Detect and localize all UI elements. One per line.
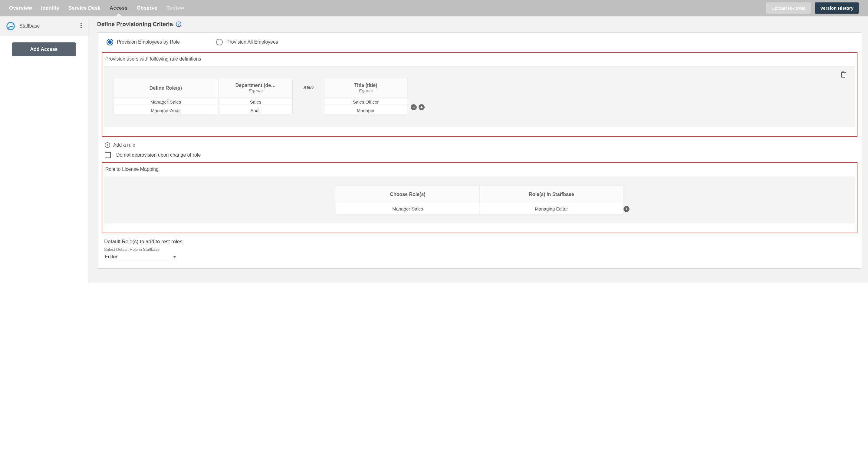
rule-col-and: AND [293, 78, 323, 115]
rule-row-actions: − + [408, 78, 425, 115]
svg-point-3 [81, 27, 82, 28]
add-rule-button[interactable]: + Add a rule [102, 141, 858, 151]
mapping-panel: Choose Role(s) Manager-Sales Role(s) in … [104, 176, 855, 224]
rule-header-department[interactable]: Department (de… Equals [219, 79, 292, 98]
sidebar-app-row[interactable]: Staffbase [0, 16, 88, 36]
rule-col-department: Department (de… Equals Sales Audit [218, 78, 293, 115]
checkbox-unchecked[interactable] [105, 152, 111, 158]
map-col-target: Role(s) in Staffbase Managing Editor [480, 185, 623, 214]
mapping-section-label: Role to License Mapping [104, 167, 855, 172]
map-cell[interactable]: Manager-Sales [336, 203, 479, 214]
svg-point-1 [81, 23, 82, 24]
top-nav: Overview Identity Service Desk Access Ob… [0, 0, 868, 16]
provision-radio-group: Provision Employees by Role Provision Al… [102, 39, 858, 46]
radio-provision-by-role[interactable]: Provision Employees by Role [106, 39, 180, 46]
map-header-choose[interactable]: Choose Role(s) [336, 186, 479, 203]
svg-point-2 [81, 25, 82, 26]
sidebar-app-name: Staffbase [19, 23, 81, 29]
rule-cell[interactable]: Sales Officer [324, 98, 407, 106]
and-label: AND [303, 85, 314, 91]
mapping-table: Choose Role(s) Manager-Sales Role(s) in … [336, 185, 623, 214]
add-access-button[interactable]: Add Access [12, 42, 76, 56]
default-role-select[interactable]: Editor [104, 253, 177, 261]
page-title: Define Provisioning Criteria [97, 21, 173, 28]
default-role-label: Default Role(s) to add to rest roles [104, 239, 855, 245]
role-license-mapping-section: Role to License Mapping Choose Role(s) M… [102, 162, 858, 233]
rule-cell[interactable]: Manager [324, 106, 407, 115]
layout: Staffbase Add Access Define Provisioning… [0, 16, 868, 283]
plus-circle-icon: + [105, 142, 110, 148]
add-row-icon[interactable]: + [418, 104, 425, 110]
add-rule-label: Add a rule [113, 142, 135, 148]
select-value: Editor [105, 254, 117, 260]
page-title-row: Define Provisioning Criteria ? [97, 21, 862, 28]
radio-label: Provision All Employees [226, 39, 278, 45]
help-icon[interactable]: ? [176, 22, 181, 27]
tab-observe[interactable]: Observe [137, 0, 157, 16]
staffbase-logo-icon [6, 22, 15, 31]
rule-table: Define Role(s) Manager-Sales Manager-Aud… [113, 78, 849, 115]
rule-panel: Define Role(s) Manager-Sales Manager-Aud… [104, 66, 855, 127]
trash-icon[interactable] [840, 71, 846, 79]
version-history-button[interactable]: Version History [815, 2, 859, 13]
tab-access[interactable]: Access [110, 0, 128, 16]
rule-cell[interactable]: Audit [219, 106, 292, 115]
rule-col-title: Title (title) Equals Sales Officer Manag… [324, 78, 407, 115]
nav-actions: Upload HR Data Version History [766, 2, 859, 13]
tab-overview[interactable]: Overview [9, 0, 32, 16]
sidebar: Staffbase Add Access [0, 16, 88, 283]
rule-col-roles: Define Role(s) Manager-Sales Manager-Aud… [114, 78, 218, 115]
rule-header-title[interactable]: Title (title) Equals [324, 79, 407, 98]
rule-header-roles[interactable]: Define Role(s) [114, 79, 218, 98]
rule-cell[interactable]: Sales [219, 98, 292, 106]
radio-selected-icon [106, 39, 113, 46]
radio-unselected-icon [216, 39, 223, 46]
map-header-target[interactable]: Role(s) in Staffbase [480, 186, 623, 203]
tab-service-desk[interactable]: Service Desk [68, 0, 100, 16]
more-vertical-icon[interactable] [81, 23, 82, 29]
criteria-card: Provision Employees by Role Provision Al… [97, 32, 862, 269]
main-content: Define Provisioning Criteria ? Provision… [88, 16, 868, 283]
radio-label: Provision Employees by Role [117, 39, 180, 45]
upload-hr-data-button[interactable]: Upload HR Data [766, 2, 811, 13]
chevron-down-icon [173, 256, 176, 258]
rule-definitions-section: Provision users with following rule defi… [102, 52, 858, 137]
svg-rect-4 [841, 73, 845, 77]
map-cell[interactable]: Managing Editor [480, 203, 623, 214]
sidebar-action: Add Access [0, 36, 88, 62]
tab-review[interactable]: Review [166, 0, 184, 16]
map-col-choose: Choose Role(s) Manager-Sales [336, 185, 480, 214]
rule-cell[interactable]: Manager-Sales [114, 98, 218, 106]
deprovision-checkbox-row: Do not deprovision upon change of role [102, 151, 858, 162]
rule-section-label: Provision users with following rule defi… [104, 56, 855, 62]
checkbox-label: Do not deprovision upon change of role [116, 152, 200, 158]
tab-identity[interactable]: Identity [41, 0, 59, 16]
default-role-section: Default Role(s) to add to rest roles Sel… [102, 237, 858, 262]
default-role-hint: Select Default Role in Staffbase [104, 247, 855, 252]
nav-tabs: Overview Identity Service Desk Access Ob… [9, 0, 766, 16]
add-mapping-icon[interactable]: + [623, 206, 629, 212]
remove-row-icon[interactable]: − [411, 104, 417, 110]
rule-cell[interactable]: Manager-Audit [114, 106, 218, 115]
radio-provision-all[interactable]: Provision All Employees [216, 39, 278, 46]
